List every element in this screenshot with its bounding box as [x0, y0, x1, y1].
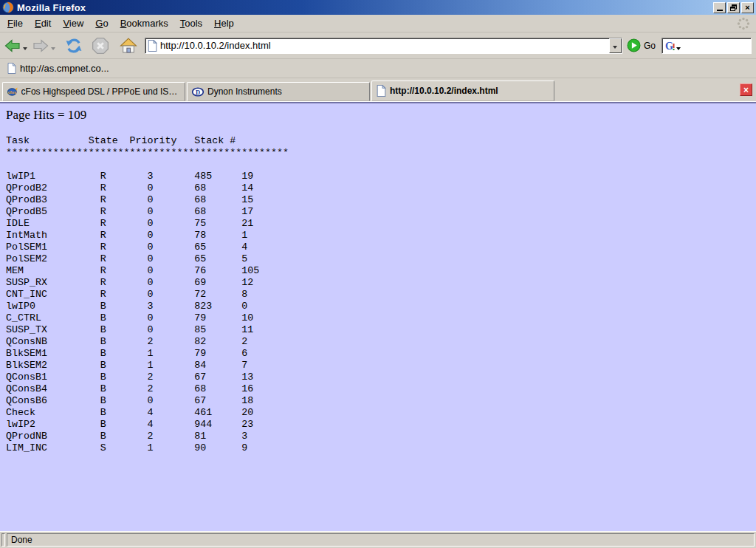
restore-button[interactable]	[727, 2, 740, 13]
throbber-icon	[737, 17, 750, 30]
task-table: Task State Priority Stack # ************…	[6, 135, 756, 454]
bookmark-label: http://as.cmpnet.co...	[20, 63, 109, 74]
svg-text:D: D	[196, 88, 200, 95]
go-icon[interactable]	[627, 38, 641, 52]
window-title: Mozilla Firefox	[17, 2, 86, 13]
status-text-panel: Done	[7, 533, 755, 547]
menu-view[interactable]: View	[57, 16, 89, 30]
page-hits-text: Page Hits = 109	[6, 108, 756, 123]
tab-label: Dynon Instruments	[207, 86, 282, 97]
minimize-icon	[717, 10, 723, 11]
search-engine-dropdown-icon[interactable]	[676, 47, 681, 50]
back-arrow-icon	[4, 39, 21, 52]
close-icon: ×	[745, 3, 749, 12]
url-input[interactable]	[157, 40, 609, 51]
menu-file[interactable]: File	[1, 16, 29, 30]
url-dropdown-button[interactable]	[609, 38, 622, 53]
menu-tools[interactable]: Tools	[174, 16, 208, 30]
search-input[interactable]: G	[662, 38, 752, 54]
page-icon	[377, 85, 386, 97]
status-text: Done	[11, 535, 32, 545]
back-dropdown-icon[interactable]	[23, 47, 27, 50]
navigation-toolbar: Go G	[0, 32, 756, 59]
forward-arrow-icon	[32, 39, 49, 52]
tab-dynon[interactable]: D Dynon Instruments	[187, 82, 370, 101]
tab-label: cFos Highspeed DSL / PPPoE und ISDN CAP.…	[21, 86, 180, 97]
status-bar: Done	[0, 531, 756, 548]
page-content: Page Hits = 109 Task State Priority Stac…	[0, 103, 756, 531]
home-icon	[120, 38, 137, 53]
menu-go[interactable]: Go	[89, 16, 114, 30]
browser-window: Mozilla Firefox × FileEditViewGoBookmark…	[0, 0, 756, 548]
stop-icon	[92, 37, 109, 55]
page-icon	[7, 63, 16, 74]
close-button[interactable]: ×	[741, 2, 754, 13]
url-bar[interactable]	[145, 38, 622, 54]
svg-text:G: G	[665, 41, 673, 52]
tab-cfos[interactable]: cfos cFos Highspeed DSL / PPPoE und ISDN…	[2, 82, 185, 101]
tab-label: http://10.0.10.2/index.html	[390, 86, 498, 96]
bookmarks-toolbar: http://as.cmpnet.co...	[0, 59, 756, 78]
menu-bar: FileEditViewGoBookmarksToolsHelp	[0, 15, 756, 32]
close-tab-icon: ×	[743, 86, 749, 95]
close-tab-button[interactable]: ×	[740, 83, 752, 96]
menu-help[interactable]: Help	[208, 16, 240, 30]
minimize-button[interactable]	[713, 2, 726, 13]
tab-active-index-page[interactable]: http://10.0.10.2/index.html	[371, 81, 554, 101]
dynon-icon: D	[192, 87, 204, 97]
bookmark-item[interactable]: http://as.cmpnet.co...	[4, 61, 112, 75]
back-button[interactable]	[3, 38, 22, 54]
menu-items: FileEditViewGoBookmarksToolsHelp	[1, 16, 240, 30]
menu-bookmarks[interactable]: Bookmarks	[114, 16, 174, 30]
google-g-icon: G	[665, 40, 676, 52]
tab-bar: cfos cFos Highspeed DSL / PPPoE und ISDN…	[0, 78, 756, 103]
restore-icon	[730, 4, 737, 11]
forward-dropdown-icon[interactable]	[51, 47, 55, 50]
reload-icon	[65, 38, 83, 54]
cfos-icon: cfos	[7, 86, 18, 97]
go-button[interactable]: Go	[644, 41, 656, 51]
chevron-down-icon	[613, 46, 617, 49]
svg-text:cfos: cfos	[8, 90, 16, 95]
status-grip	[1, 533, 5, 547]
title-bar: Mozilla Firefox ×	[0, 0, 756, 15]
page-icon	[148, 40, 157, 52]
menu-edit[interactable]: Edit	[29, 16, 57, 30]
reload-button[interactable]	[63, 36, 84, 55]
stop-button[interactable]	[90, 35, 111, 56]
firefox-logo-icon	[2, 1, 14, 13]
forward-button[interactable]	[31, 38, 50, 54]
home-button[interactable]	[118, 36, 139, 55]
